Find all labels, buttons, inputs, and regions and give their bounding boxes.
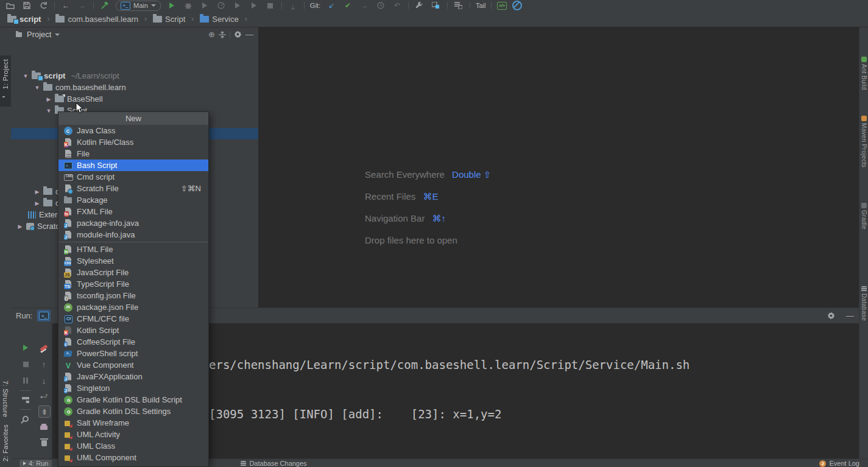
tool-window-tab-project[interactable]: 1: Project xyxy=(2,59,9,89)
breadcrumb-service[interactable]: Service xyxy=(197,13,241,25)
menu-item-javascript-file[interactable]: JavaScript File xyxy=(58,267,208,278)
profiler-icon[interactable] xyxy=(216,1,227,10)
debug-icon[interactable] xyxy=(183,1,194,10)
gear-icon[interactable] xyxy=(827,312,835,320)
open-project-icon[interactable] xyxy=(5,1,16,10)
menu-item-java-class[interactable]: Java Class xyxy=(58,125,208,136)
tool-window-tab-database-changes[interactable]: Database Changes xyxy=(241,460,306,467)
collapse-all-icon[interactable] xyxy=(219,31,226,38)
menu-item-package-json[interactable]: package.json File xyxy=(58,301,208,313)
menu-item-html-file[interactable]: HTML File xyxy=(58,244,208,255)
menu-item-cfml-file[interactable]: CFML/CFC file xyxy=(58,313,208,325)
stop-icon[interactable] xyxy=(20,359,31,370)
collapse-arrow-icon[interactable]: ▶ xyxy=(46,96,52,102)
collapse-arrow-icon[interactable]: ▶ xyxy=(34,189,40,195)
menu-item-gradle-settings[interactable]: Gradle Kotlin DSL Settings xyxy=(58,406,208,417)
menu-item-cmd-script[interactable]: Cmd script xyxy=(58,171,208,183)
tool-window-tab-structure[interactable]: 7: Structure xyxy=(2,381,9,417)
collapse-arrow-icon[interactable]: ▶ xyxy=(17,223,23,230)
layout-icon[interactable] xyxy=(20,395,31,406)
menu-item-vue-component[interactable]: Vue Component xyxy=(58,359,208,371)
menu-item-uml-component[interactable]: UML Component xyxy=(58,452,208,463)
build-hammer-icon[interactable] xyxy=(99,1,110,10)
tool-window-tab-run[interactable]: 4: Run xyxy=(19,460,52,467)
run-config-tab[interactable]: >_ xyxy=(37,310,51,321)
attach-debugger-icon[interactable] xyxy=(232,1,243,10)
stop-icon[interactable] xyxy=(265,1,276,10)
breadcrumb-script[interactable]: script xyxy=(5,13,43,25)
collapse-arrow-icon[interactable]: ▶ xyxy=(34,200,40,206)
forward-icon[interactable]: → xyxy=(77,1,88,10)
tool-window-tab-ant-build[interactable]: Ant Build xyxy=(861,64,867,90)
clear-all-icon[interactable] xyxy=(38,438,49,449)
clear-icon[interactable] xyxy=(38,342,49,353)
breadcrumb-script-dir[interactable]: Script xyxy=(150,13,188,25)
project-panel-title[interactable]: Project xyxy=(27,30,51,39)
menu-item-scratch-file[interactable]: Scratch File ⇧⌘N xyxy=(58,183,208,194)
tail-button[interactable]: Tail xyxy=(476,2,486,9)
tree-row-script[interactable]: ▼ script ~/Learn/script xyxy=(11,70,258,82)
run-disabled-icon[interactable] xyxy=(249,1,259,10)
menu-item-package[interactable]: Package xyxy=(58,194,208,206)
menu-item-salt-wireframe[interactable]: Salt Wireframe xyxy=(58,417,208,429)
disable-circle-icon[interactable] xyxy=(512,1,522,10)
menu-item-kotlin-script[interactable]: Kotlin Script xyxy=(58,325,208,336)
expand-arrow-icon[interactable]: ▼ xyxy=(46,108,52,114)
menu-item-typescript-file[interactable]: TypeScript File xyxy=(58,278,208,290)
print-icon[interactable] xyxy=(38,422,49,433)
tool-window-tab-gradle[interactable]: Gradle xyxy=(861,210,867,230)
hide-panel-icon[interactable]: — xyxy=(846,311,854,320)
back-icon[interactable]: ← xyxy=(60,1,71,10)
menu-item-tsconfig-file[interactable]: tsconfig.json File xyxy=(58,290,208,301)
menu-item-powershell-script[interactable]: PowerShell script xyxy=(58,348,208,359)
git-history-icon[interactable] xyxy=(375,1,386,10)
menu-item-file[interactable]: File xyxy=(58,148,208,160)
menu-item-singleton[interactable]: Singleton xyxy=(58,382,208,394)
project-structure-icon[interactable] xyxy=(431,1,442,10)
tool-window-tab-maven[interactable]: Maven Projects xyxy=(861,123,867,167)
tree-row-baseshell[interactable]: ▶ BaseShell xyxy=(11,93,258,105)
git-push-icon[interactable]: → xyxy=(359,1,370,10)
menu-item-fxml-file[interactable]: FXML File xyxy=(58,206,208,217)
tool-window-tab-favorites[interactable]: 2: Favorites xyxy=(2,424,9,462)
git-update-icon[interactable]: ↙ xyxy=(326,1,337,10)
tool-window-tab-database[interactable]: Database xyxy=(861,293,867,321)
menu-item-uml-class[interactable]: UML Class xyxy=(58,440,208,452)
scroll-to-end-icon[interactable]: ⇟ xyxy=(38,406,51,418)
git-commit-icon[interactable]: ✔ xyxy=(342,1,353,10)
pause-icon[interactable] xyxy=(20,375,31,386)
gear-icon[interactable] xyxy=(234,30,242,38)
locate-file-icon[interactable]: ⊕ xyxy=(208,30,215,39)
activity-monitor-icon[interactable] xyxy=(497,2,507,10)
menu-item-javafx-application[interactable]: JavaFXApplication xyxy=(58,371,208,382)
menu-item-uml-activity[interactable]: UML Activity xyxy=(58,429,208,440)
save-layout-icon[interactable] xyxy=(453,1,464,10)
git-rollback-icon[interactable]: ↶ xyxy=(392,1,403,10)
event-log-button[interactable]: 2 Event Log xyxy=(819,460,859,467)
expand-arrow-icon[interactable]: ▼ xyxy=(23,73,29,79)
hide-panel-icon[interactable]: — xyxy=(245,30,253,39)
menu-item-bash-script[interactable]: Bash Script xyxy=(58,160,208,171)
menu-item-stylesheet[interactable]: Stylesheet xyxy=(58,255,208,267)
run-config-selector[interactable]: >_ Main xyxy=(116,1,161,11)
force-step-into-icon[interactable]: ↓ xyxy=(288,1,298,10)
breadcrumb-package[interactable]: com.baseshell.learn xyxy=(53,13,141,25)
menu-item-package-info[interactable]: package-info.java xyxy=(58,217,208,229)
run-coverage-icon[interactable] xyxy=(199,1,210,10)
synchronize-icon[interactable] xyxy=(38,1,49,10)
save-all-icon[interactable] xyxy=(21,1,32,10)
menu-item-kotlin-file[interactable]: Kotlin File/Class xyxy=(58,136,208,148)
run-icon[interactable] xyxy=(166,1,177,10)
soft-wrap-icon[interactable]: ⮐ xyxy=(38,390,49,401)
menu-item-module-info[interactable]: module-info.java xyxy=(58,229,208,241)
tree-row-package[interactable]: ▼ com.baseshell.learn xyxy=(11,82,258,93)
menu-item-gradle-build-script[interactable]: Gradle Kotlin DSL Build Script xyxy=(58,394,208,406)
down-stack-icon[interactable]: ↓ xyxy=(38,375,49,386)
run-console-output[interactable]: ers/chenshang/Learn/script/com.baseshell… xyxy=(209,324,690,467)
up-stack-icon[interactable]: ↑ xyxy=(38,359,49,370)
rerun-icon[interactable] xyxy=(20,342,31,353)
expand-arrow-icon[interactable]: ▼ xyxy=(34,85,40,91)
wrench-settings-icon[interactable] xyxy=(414,1,425,10)
menu-item-coffeescript-file[interactable]: CoffeeScript File xyxy=(58,336,208,348)
pin-icon[interactable] xyxy=(20,413,31,424)
